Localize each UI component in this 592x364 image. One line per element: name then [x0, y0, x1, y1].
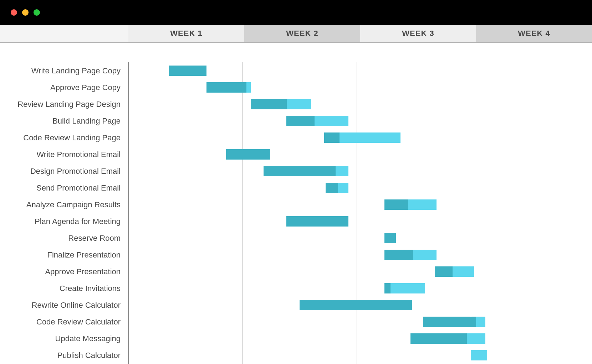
gantt-bar-complete [326, 183, 338, 193]
task-label: Create Invitations [60, 284, 121, 293]
gantt-bar-complete [286, 116, 314, 126]
gantt-bar-complete [206, 82, 246, 93]
gantt-bar[interactable] [410, 333, 485, 344]
gantt-bar-complete [384, 250, 413, 260]
task-label: Build Landing Page [52, 116, 121, 126]
week-header: WEEK 1 WEEK 2 WEEK 3 WEEK 4 [0, 25, 592, 43]
gantt-bar[interactable] [264, 166, 348, 176]
minimize-icon[interactable] [22, 9, 29, 16]
week-label: WEEK 3 [402, 29, 434, 38]
gantt-bar-complete [300, 300, 412, 310]
task-label: Reserve Room [68, 234, 121, 243]
gantt-bar-remaining [246, 82, 251, 93]
task-label: Publish Calculator [57, 351, 121, 360]
gantt-bar-complete [410, 333, 467, 344]
gantt-bar[interactable] [251, 99, 311, 109]
gantt-bar-complete [384, 283, 391, 293]
gantt-bar[interactable] [384, 283, 425, 293]
task-label: Code Review Calculator [36, 317, 121, 327]
gantt-bar[interactable] [384, 250, 437, 260]
task-label: Plan Agenda for Meeting [35, 217, 121, 226]
gantt-bar-remaining [287, 99, 311, 109]
gantt-bar[interactable] [384, 233, 396, 243]
gantt-bar-complete [169, 66, 206, 76]
task-label: Write Landing Page Copy [31, 66, 121, 76]
gantt-bar-remaining [408, 199, 437, 210]
gantt-bar[interactable] [326, 183, 348, 193]
grid-line [243, 62, 243, 364]
task-label: Rewrite Online Calculator [32, 301, 121, 310]
gantt-bar-complete [435, 266, 452, 277]
gantt-bar[interactable] [286, 116, 348, 126]
week-col-1: WEEK 1 [128, 25, 244, 42]
task-label: Write Promotional Email [36, 150, 121, 159]
task-label: Finalize Presentation [47, 250, 121, 260]
gantt-bar-complete [264, 166, 336, 176]
gantt-bar[interactable] [226, 149, 270, 160]
close-icon[interactable] [11, 9, 17, 16]
task-label: Send Promotional Email [36, 183, 121, 193]
week-label: WEEK 4 [518, 29, 550, 38]
week-col-2: WEEK 2 [244, 25, 360, 42]
gantt-bar-remaining [340, 132, 401, 143]
gantt-bar-complete [286, 216, 348, 227]
gantt-bar[interactable] [435, 266, 474, 277]
gantt-bar-remaining [476, 317, 485, 327]
header-spacer [0, 25, 128, 42]
gantt-bar[interactable] [384, 199, 437, 210]
task-label: Design Promotional Email [30, 167, 121, 176]
gantt-bar-remaining [467, 333, 486, 344]
gantt-chart: Write Landing Page CopyApprove Page Copy… [0, 43, 592, 364]
task-label: Approve Page Copy [50, 83, 121, 92]
gantt-bar[interactable] [286, 216, 348, 227]
gantt-plot-area [128, 62, 585, 364]
task-label: Code Review Landing Page [23, 133, 121, 142]
gantt-bar-complete [384, 233, 396, 243]
gantt-bar-remaining [315, 116, 349, 126]
task-label: Update Messaging [55, 334, 121, 343]
gantt-bar-complete [423, 317, 476, 327]
gantt-bar-remaining [391, 283, 425, 293]
gantt-bar[interactable] [169, 66, 206, 76]
task-label: Review Landing Page Design [17, 100, 121, 109]
grid-line [585, 62, 585, 364]
week-col-3: WEEK 3 [360, 25, 476, 42]
titlebar [0, 0, 592, 25]
week-label: WEEK 1 [170, 29, 202, 38]
task-label: Analyze Campaign Results [26, 200, 121, 209]
app-window: WEEK 1 WEEK 2 WEEK 3 WEEK 4 Write Landin… [0, 0, 592, 364]
gantt-bar-remaining [471, 350, 487, 360]
gantt-bar-remaining [338, 183, 348, 193]
gantt-bar[interactable] [324, 132, 401, 143]
grid-line [357, 62, 357, 364]
gantt-bar[interactable] [300, 300, 412, 310]
task-label: Approve Presentation [45, 267, 121, 276]
gantt-bar-complete [251, 99, 287, 109]
gantt-bar[interactable] [206, 82, 250, 93]
gantt-bar-remaining [413, 250, 437, 260]
week-label: WEEK 2 [286, 29, 318, 38]
gantt-bar-remaining [453, 266, 474, 277]
gantt-bar-complete [324, 132, 340, 143]
grid-line [128, 62, 129, 364]
gantt-bar-complete [226, 149, 270, 160]
zoom-icon[interactable] [34, 9, 40, 16]
gantt-bar[interactable] [471, 350, 487, 360]
week-col-4: WEEK 4 [476, 25, 592, 42]
gantt-bar-remaining [336, 166, 348, 176]
gantt-bar-complete [384, 199, 408, 210]
gantt-bar[interactable] [423, 317, 485, 327]
